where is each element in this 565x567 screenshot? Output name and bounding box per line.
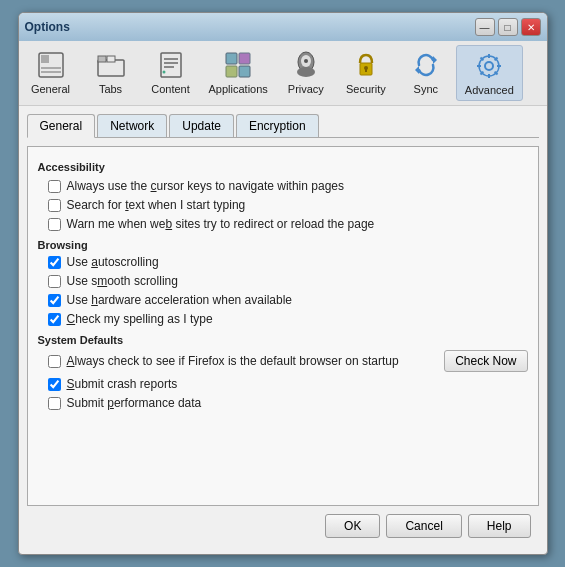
sync-icon	[410, 49, 442, 81]
svg-marker-23	[433, 56, 437, 64]
security-icon	[350, 49, 382, 81]
toolbar: General Tabs	[19, 41, 547, 106]
svg-rect-9	[164, 62, 178, 64]
crash-reports-row: Submit crash reports	[48, 377, 528, 391]
smooth-scroll-checkbox[interactable]	[48, 275, 61, 288]
title-bar-controls: — □ ✕	[475, 18, 541, 36]
tab-bar: General Network Update Encryption	[27, 114, 539, 138]
options-window: Options — □ ✕ General	[18, 12, 548, 555]
toolbar-item-privacy[interactable]: Privacy	[276, 45, 336, 101]
maximize-button[interactable]: □	[498, 18, 518, 36]
applications-icon	[222, 49, 254, 81]
ok-button[interactable]: OK	[325, 514, 380, 538]
accessibility-section-label: Accessibility	[38, 161, 528, 173]
toolbar-label-content: Content	[151, 83, 190, 95]
default-browser-label: Always check to see if Firefox is the de…	[67, 354, 437, 368]
minimize-button[interactable]: —	[475, 18, 495, 36]
toolbar-item-applications[interactable]: Applications	[201, 45, 276, 101]
toolbar-item-tabs[interactable]: Tabs	[81, 45, 141, 101]
cancel-button[interactable]: Cancel	[386, 514, 461, 538]
tab-update[interactable]: Update	[169, 114, 234, 137]
bottom-buttons: OK Cancel Help	[27, 506, 539, 546]
crash-reports-label: Submit crash reports	[67, 377, 178, 391]
search-text-checkbox[interactable]	[48, 199, 61, 212]
svg-marker-24	[415, 66, 419, 74]
svg-rect-14	[226, 66, 237, 77]
svg-point-26	[485, 62, 493, 70]
svg-rect-13	[239, 53, 250, 64]
toolbar-label-sync: Sync	[414, 83, 438, 95]
tabs-icon	[95, 49, 127, 81]
toolbar-item-advanced[interactable]: Advanced	[456, 45, 523, 101]
browsing-section-label: Browsing	[38, 239, 528, 251]
default-browser-checkbox[interactable]	[48, 355, 61, 368]
svg-rect-6	[107, 56, 115, 62]
settings-panel: Accessibility Always use the cursor keys…	[27, 146, 539, 506]
toolbar-label-applications: Applications	[209, 83, 268, 95]
title-bar: Options — □ ✕	[19, 13, 547, 41]
warn-redirect-label: Warn me when web sites try to redirect o…	[67, 217, 375, 231]
toolbar-item-security[interactable]: Security	[336, 45, 396, 101]
crash-reports-checkbox[interactable]	[48, 378, 61, 391]
svg-rect-15	[239, 66, 250, 77]
hardware-accel-label: Use hardware acceleration when available	[67, 293, 293, 307]
cursor-nav-label: Always use the cursor keys to navigate w…	[67, 179, 344, 193]
svg-point-11	[162, 71, 165, 74]
spell-check-checkbox[interactable]	[48, 313, 61, 326]
toolbar-label-privacy: Privacy	[288, 83, 324, 95]
tab-encryption[interactable]: Encryption	[236, 114, 319, 137]
svg-rect-1	[41, 55, 49, 63]
autoscroll-row: Use autoscrolling	[48, 255, 528, 269]
close-button[interactable]: ✕	[521, 18, 541, 36]
warn-redirect-row: Warn me when web sites try to redirect o…	[48, 217, 528, 231]
toolbar-item-general[interactable]: General	[21, 45, 81, 101]
perf-data-checkbox[interactable]	[48, 397, 61, 410]
toolbar-label-advanced: Advanced	[465, 84, 514, 96]
toolbar-item-content[interactable]: Content	[141, 45, 201, 101]
toolbar-item-sync[interactable]: Sync	[396, 45, 456, 101]
svg-rect-8	[164, 58, 178, 60]
check-now-button[interactable]: Check Now	[444, 350, 527, 372]
svg-rect-5	[98, 56, 106, 62]
tab-general[interactable]: General	[27, 114, 96, 138]
warn-redirect-checkbox[interactable]	[48, 218, 61, 231]
svg-rect-2	[41, 67, 61, 69]
privacy-icon	[290, 49, 322, 81]
hardware-accel-row: Use hardware acceleration when available	[48, 293, 528, 307]
svg-point-18	[304, 59, 308, 63]
system-defaults-section-label: System Defaults	[38, 334, 528, 346]
content-area: General Network Update Encryption Access…	[19, 106, 547, 554]
spell-check-row: Check my spelling as I type	[48, 312, 528, 326]
svg-rect-3	[41, 71, 61, 73]
window-title: Options	[25, 20, 70, 34]
toolbar-label-tabs: Tabs	[99, 83, 122, 95]
svg-rect-10	[164, 66, 174, 68]
cursor-nav-checkbox[interactable]	[48, 180, 61, 193]
advanced-icon	[473, 50, 505, 82]
autoscroll-checkbox[interactable]	[48, 256, 61, 269]
perf-data-row: Submit performance data	[48, 396, 528, 410]
cursor-nav-row: Always use the cursor keys to navigate w…	[48, 179, 528, 193]
general-icon	[35, 49, 67, 81]
tab-network[interactable]: Network	[97, 114, 167, 137]
content-icon	[155, 49, 187, 81]
hardware-accel-checkbox[interactable]	[48, 294, 61, 307]
svg-rect-12	[226, 53, 237, 64]
autoscroll-label: Use autoscrolling	[67, 255, 159, 269]
perf-data-label: Submit performance data	[67, 396, 202, 410]
search-text-label: Search for text when I start typing	[67, 198, 246, 212]
search-text-row: Search for text when I start typing	[48, 198, 528, 212]
svg-point-19	[297, 67, 315, 77]
svg-rect-22	[365, 68, 367, 72]
default-browser-row: Always check to see if Firefox is the de…	[48, 350, 528, 372]
toolbar-label-security: Security	[346, 83, 386, 95]
spell-check-label: Check my spelling as I type	[67, 312, 213, 326]
smooth-scroll-row: Use smooth scrolling	[48, 274, 528, 288]
toolbar-label-general: General	[31, 83, 70, 95]
smooth-scroll-label: Use smooth scrolling	[67, 274, 178, 288]
help-button[interactable]: Help	[468, 514, 531, 538]
